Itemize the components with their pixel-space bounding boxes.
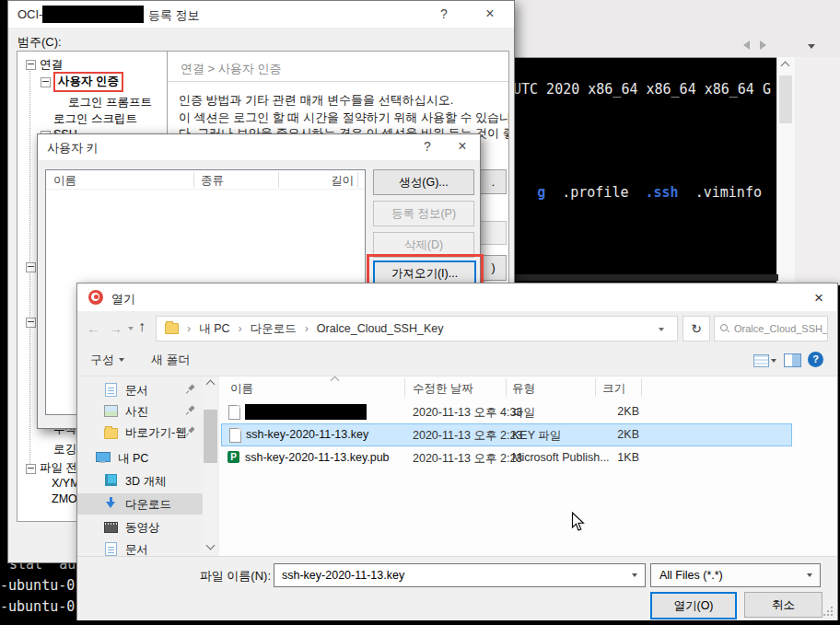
nav-forward-icon[interactable]: →: [109, 320, 122, 336]
userkey-close-button[interactable]: ×: [452, 138, 472, 155]
sidebar-scrollbar[interactable]: [203, 376, 218, 556]
filetype-value: All Files (*.*): [659, 569, 723, 582]
userkey-col-type[interactable]: 종류: [201, 173, 224, 189]
filename-combobox[interactable]: ssh-key-2020-11-13.key: [274, 563, 646, 587]
nav-back-icon[interactable]: ←: [87, 320, 100, 336]
tree-item-logging[interactable]: 로깅: [53, 442, 76, 457]
tab-scroll-left-icon[interactable]: [743, 41, 750, 50]
terminal-ls-line: g .profile .ssh .viminfo: [504, 168, 762, 217]
tree-expander-hidden-2[interactable]: [26, 318, 36, 328]
filetype-combobox[interactable]: All Files (*.*): [650, 563, 821, 587]
scrollbar-thumb[interactable]: [779, 75, 792, 123]
filelist-colsep-3: [595, 378, 596, 397]
sidebar-item-documents-2[interactable]: 문서: [77, 538, 203, 556]
sidebar-item-downloads[interactable]: 다운로드: [77, 493, 203, 515]
new-folder-button[interactable]: 새 폴더: [151, 352, 191, 368]
sidebar-label: 문서: [125, 542, 148, 556]
help-button[interactable]: ?: [808, 352, 823, 367]
tree-expander-file-transfer[interactable]: [26, 464, 36, 474]
sidebar-item-this-pc[interactable]: 내 PC: [77, 447, 203, 469]
file-row-ssh-key-pub[interactable]: P ssh-key-2020-11-13.key.pub 2020-11-13 …: [221, 446, 792, 469]
preview-pane-button[interactable]: [784, 353, 801, 367]
ls-entry-ssh: .ssh: [646, 184, 679, 201]
filelist-col-name[interactable]: 이름: [230, 381, 253, 397]
sidebar-item-3d-objects[interactable]: 3D 개체: [77, 470, 203, 492]
file-row-ssh-key[interactable]: ssh-key-2020-11-13.key 2020-11-13 오후 2:2…: [221, 423, 792, 446]
filelist-col-date[interactable]: 수정한 날짜: [413, 381, 473, 397]
address-folder-icon: [165, 323, 179, 334]
sidebar-item-documents-pinned[interactable]: 문서: [77, 379, 203, 399]
open-title-bar[interactable]: 열기 ×: [77, 284, 837, 311]
resize-grip[interactable]: [823, 614, 825, 616]
documents-icon: [105, 383, 117, 397]
view-mode-button[interactable]: [753, 354, 769, 367]
tree-item-connection[interactable]: 연결: [40, 57, 63, 73]
filetype-dropdown-icon[interactable]: [807, 573, 812, 577]
filelist-colsep-2: [506, 378, 507, 397]
spacer2: [628, 184, 645, 201]
sort-ascending-icon: [331, 376, 340, 385]
terminal-scrollbar[interactable]: [776, 57, 795, 283]
sidebar-label: 사진: [125, 404, 148, 420]
file-name: ssh-key-2020-11-13.key.pub: [245, 451, 390, 464]
properties-close-button[interactable]: ×: [480, 6, 500, 22]
open-close-button[interactable]: ×: [809, 289, 829, 307]
sidebar-scroll-up-icon[interactable]: [206, 380, 216, 389]
tree-expander-authentication[interactable]: [41, 77, 51, 87]
userkey-col-length[interactable]: 길이: [278, 173, 354, 189]
sidebar-item-shortcut-folder-pinned[interactable]: 바로가기-웹: [77, 422, 203, 442]
spacer3: [679, 184, 695, 201]
hidden-button-fragment-middle[interactable]: [480, 221, 507, 245]
filename-label: 파일 이름(N):: [133, 568, 271, 584]
filename-dropdown-icon[interactable]: [632, 573, 637, 577]
view-mode-dropdown-icon[interactable]: [771, 359, 776, 363]
cancel-button[interactable]: 취소: [744, 592, 822, 618]
address-breadcrumb-bar[interactable]: › 내 PC › 다운로드 › Oralce_Cloud_SSH_Key: [156, 316, 678, 341]
file-type: KEY 파일: [512, 428, 561, 444]
hidden-button-fragment-bottom[interactable]: ): [480, 255, 507, 281]
open-button[interactable]: 열기(O): [650, 592, 737, 619]
breadcrumb-this-pc[interactable]: 내 PC: [199, 321, 229, 337]
refresh-button[interactable]: ↻: [682, 316, 710, 341]
tree-item-login-script[interactable]: 로그인 스크립트: [53, 111, 137, 127]
folder-icon: [104, 428, 118, 439]
breadcrumb-downloads[interactable]: 다운로드: [251, 321, 297, 337]
navigation-sidebar: 문서 사진 바로가기-웹 내 PC 3D 개체: [77, 376, 203, 556]
tree-item-authentication[interactable]: 사용자 인증: [53, 72, 123, 92]
userkey-help-button[interactable]: ?: [417, 139, 438, 154]
userkey-title-bar[interactable]: 사용자 키 ? ×: [38, 134, 480, 161]
userkey-title: 사용자 키: [47, 140, 99, 156]
key-properties-button[interactable]: 등록 정보(P): [373, 201, 474, 226]
tree-expander-hidden-1[interactable]: [26, 262, 36, 272]
sidebar-scrollbar-thumb[interactable]: [204, 410, 217, 463]
redacted-session-name: [42, 6, 144, 23]
panel-breadcrumb: 연결 > 사용자 인증: [181, 61, 281, 77]
scroll-up-icon[interactable]: [781, 62, 790, 71]
crumb-sep-2: ›: [239, 322, 242, 335]
nav-up-icon[interactable]: ↑: [138, 318, 146, 335]
organize-button[interactable]: 구성: [90, 352, 124, 368]
file-row-redacted[interactable]: 2020-11-13 오후 4:33 파일 2KB: [221, 400, 792, 423]
filelist-col-size[interactable]: 크기: [602, 381, 625, 397]
hidden-button-fragment-top[interactable]: .: [480, 169, 507, 194]
publisher-file-icon: P: [228, 451, 239, 463]
sidebar-item-videos[interactable]: 동영상: [77, 516, 203, 538]
properties-title-bar[interactable]: OCI- 등록 정보 ? ×: [8, 1, 514, 29]
tab-list-dropdown-icon[interactable]: [808, 44, 815, 49]
tree-item-login-prompt[interactable]: 로그인 프롬프트: [68, 95, 152, 110]
open-dialog-title: 열기: [111, 291, 135, 307]
address-dropdown-icon[interactable]: [659, 328, 664, 331]
file-type: 파일: [512, 405, 535, 421]
breadcrumb-current-folder[interactable]: Oralce_Cloud_SSH_Key: [317, 322, 444, 335]
tree-expander-connection[interactable]: [26, 60, 36, 70]
userkey-col-name[interactable]: 이름: [53, 173, 76, 189]
pin-icon: [186, 426, 196, 436]
sidebar-scroll-down-icon[interactable]: [206, 541, 216, 550]
filelist-col-type[interactable]: 유형: [512, 381, 535, 397]
generate-key-button[interactable]: 생성(G)...: [373, 169, 474, 195]
sidebar-item-pictures-pinned[interactable]: 사진: [77, 400, 203, 421]
tab-scroll-right-icon[interactable]: [760, 41, 766, 50]
nav-history-dropdown-icon[interactable]: [128, 327, 134, 330]
properties-help-button[interactable]: ?: [434, 6, 454, 21]
search-box[interactable]: Oralce_Cloud_SSH_Key 검색: [714, 316, 828, 341]
